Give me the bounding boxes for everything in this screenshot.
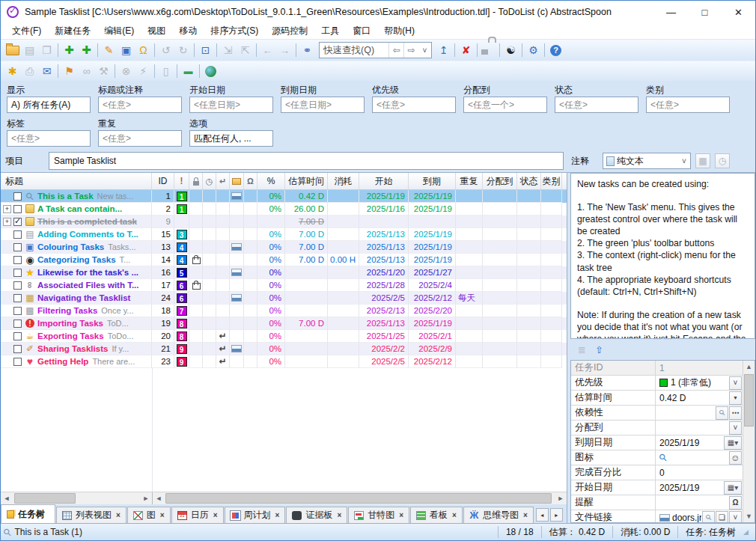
expand-icon[interactable]: + xyxy=(3,205,11,213)
filter-combo[interactable]: <任意> xyxy=(555,97,638,113)
time-tracking-icon[interactable]: ▬ xyxy=(180,63,197,79)
separator[interactable] xyxy=(256,43,257,57)
task-checkbox[interactable] xyxy=(13,230,22,239)
separator[interactable] xyxy=(522,43,522,57)
resize-grip[interactable]: ◢ xyxy=(743,528,752,536)
task-row[interactable]: + Colouring Tasks Tasks... 13 4 xyxy=(1,241,567,254)
column-header[interactable]: % xyxy=(257,173,285,189)
filter-combo[interactable]: <任意一个> xyxy=(463,97,547,113)
password-lock-icon[interactable] xyxy=(480,42,497,58)
columns-scrollbar[interactable]: ◄ ► xyxy=(153,492,567,504)
view-tab[interactable]: 任务树 xyxy=(1,504,55,523)
attribute-value[interactable]: 0 xyxy=(659,468,665,478)
column-header[interactable]: 估算时间 xyxy=(285,173,328,189)
edit-attributes-icon[interactable]: ▣ xyxy=(118,42,135,58)
web-update-icon[interactable] xyxy=(202,63,219,79)
separator[interactable] xyxy=(115,64,115,78)
help-icon[interactable] xyxy=(547,42,564,58)
view-tab[interactable]: 周计划 × xyxy=(225,507,286,523)
task-checkbox[interactable] xyxy=(13,358,22,366)
column-header[interactable]: 开始 xyxy=(359,173,409,189)
task-row[interactable]: + Associated Files with T... 17 6 xyxy=(1,279,567,292)
separator[interactable] xyxy=(544,43,545,57)
column-header[interactable] xyxy=(244,173,257,189)
prev-task-icon[interactable]: ← xyxy=(259,42,276,58)
copy-tasks-icon[interactable]: ❐ xyxy=(38,42,55,58)
task-checkbox[interactable] xyxy=(13,345,22,353)
attribute-control-button[interactable] xyxy=(724,436,742,450)
minimize-button[interactable]: — xyxy=(654,1,688,23)
comments-outline-icon[interactable]: ≣ xyxy=(573,341,591,358)
quickfind-next-icon[interactable]: ⇨ xyxy=(403,43,418,58)
flag-task-icon[interactable]: ⚑ xyxy=(61,63,78,79)
attribute-scrollbar[interactable]: ▲ ▼ xyxy=(743,361,755,522)
column-header[interactable]: 消耗 xyxy=(328,173,359,189)
comments-view[interactable]: New tasks can be created using: 1. The '… xyxy=(570,173,755,339)
send-email-icon[interactable]: ✉ xyxy=(38,63,55,79)
close-tab-icon[interactable]: × xyxy=(213,511,218,519)
close-tab-icon[interactable]: × xyxy=(399,511,403,519)
comments-grid-button[interactable]: ▦ xyxy=(695,153,710,168)
attribute-control-button[interactable] xyxy=(716,406,728,420)
scroll-right-icon[interactable]: ► xyxy=(140,492,152,504)
attribute-control-button[interactable] xyxy=(729,376,742,390)
new-subtask-icon[interactable]: ✚ xyxy=(78,42,95,58)
task-checkbox[interactable] xyxy=(13,269,22,277)
filter-combo[interactable]: 匹配任何人, ... xyxy=(189,130,273,147)
task-row[interactable]: + Likewise for the task's ... 16 5 xyxy=(1,266,567,279)
new-tasklist-icon[interactable]: ✱ xyxy=(4,63,21,79)
view-tab[interactable]: Ӝ 思维导图 × xyxy=(463,507,534,523)
view-tab[interactable]: 列表视图 × xyxy=(56,507,126,523)
separator[interactable] xyxy=(477,43,478,57)
attribute-control-button[interactable] xyxy=(729,421,742,435)
chevron-down-icon[interactable]: ˅ xyxy=(678,157,690,165)
comments-clock-button[interactable]: ◷ xyxy=(715,153,730,168)
sort-icon[interactable]: ↥ xyxy=(435,42,452,58)
print-icon[interactable]: ⎙ xyxy=(21,63,38,79)
separator[interactable] xyxy=(499,43,500,57)
attribute-control-button[interactable] xyxy=(702,511,715,524)
separator[interactable] xyxy=(454,43,455,57)
attribute-row[interactable]: 开始日期 2025/1/19 xyxy=(571,480,743,495)
filter-combo[interactable]: <任意> xyxy=(372,97,456,113)
task-checkbox[interactable] xyxy=(13,256,22,264)
column-header[interactable]: ID xyxy=(152,173,174,189)
attribute-row[interactable]: 依赖性 xyxy=(571,406,743,421)
filter-combo[interactable]: <任意> xyxy=(646,97,730,113)
column-header[interactable] xyxy=(230,173,244,189)
view-tab[interactable]: 甘特图 × xyxy=(348,507,409,523)
tab-scroll-left-icon[interactable]: ◂ xyxy=(536,508,549,522)
quickfind-prev-icon[interactable]: ⇦ xyxy=(388,43,403,58)
reminder-icon[interactable]: Ω xyxy=(135,42,152,58)
close-tab-icon[interactable]: × xyxy=(523,511,528,519)
quickfind-input[interactable]: 快速查找(Q) xyxy=(320,44,388,57)
separator[interactable] xyxy=(154,64,155,78)
close-button[interactable]: ✕ xyxy=(722,1,755,23)
column-header[interactable] xyxy=(189,173,203,189)
filter-combo[interactable]: <任意> xyxy=(98,97,182,113)
attribute-value[interactable]: 1 (非常低) xyxy=(671,376,711,389)
task-checkbox[interactable] xyxy=(13,243,22,251)
task-row[interactable]: + Sharing Tasklists If y... 21 9 xyxy=(1,343,567,355)
attribute-row[interactable]: 文件链接 doors.jr xyxy=(571,510,743,523)
menu-item[interactable]: 排序方式(S) xyxy=(204,23,265,39)
menu-item[interactable]: 帮助(H) xyxy=(377,23,421,39)
view-tab[interactable]: 看板 × xyxy=(410,507,463,523)
indent-task-icon[interactable]: ⇲ xyxy=(219,42,237,58)
attribute-row[interactable]: 提醒 xyxy=(571,495,743,510)
task-row[interactable]: + This is a completed task 9 xyxy=(1,216,567,228)
column-header[interactable] xyxy=(203,173,216,189)
menu-item[interactable]: 工具 xyxy=(314,23,346,39)
separator[interactable] xyxy=(58,64,58,78)
attribute-row[interactable]: 估算时间 0.42 D xyxy=(571,391,743,406)
scroll-left-icon[interactable]: ◄ xyxy=(1,492,13,504)
cleanup-icon[interactable]: ⚒ xyxy=(95,63,112,79)
column-header[interactable]: 状态 xyxy=(517,173,541,189)
filter-combo[interactable]: <任意> xyxy=(98,130,182,147)
attribute-control-button[interactable] xyxy=(716,511,728,524)
open-tasklist-icon[interactable] xyxy=(4,42,21,58)
menu-item[interactable]: 文件(F) xyxy=(5,23,48,39)
view-tab[interactable]: 图 × xyxy=(127,507,171,523)
menu-item[interactable]: 新建任务 xyxy=(48,23,97,39)
attribute-control-button[interactable] xyxy=(729,451,742,465)
